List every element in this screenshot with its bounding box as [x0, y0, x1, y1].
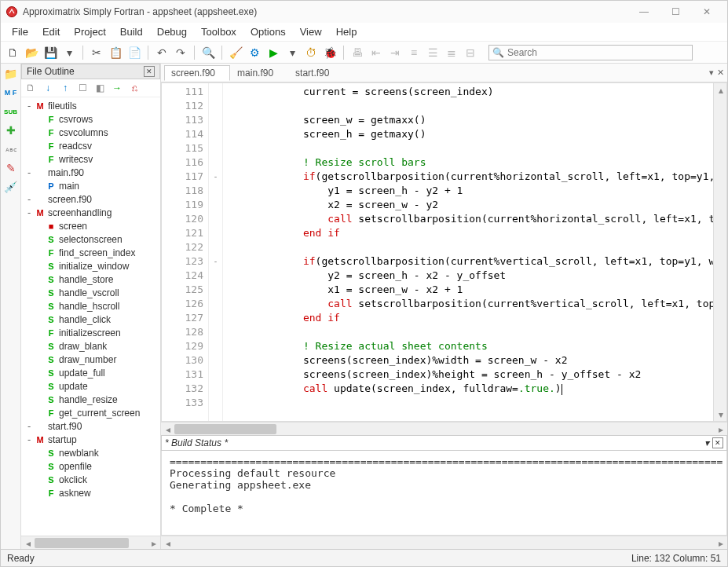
indent-icon[interactable]: ⇤ [368, 44, 385, 61]
editor-vscrollbar[interactable]: ▴ ▾ [713, 83, 726, 421]
outline-item[interactable]: Pmain [21, 179, 160, 192]
outline-item[interactable]: -Mfileutils [21, 99, 160, 112]
copy-icon[interactable]: 📋 [107, 44, 124, 61]
tab-dropdown-icon[interactable]: ▾ [709, 68, 714, 78]
outline-tb-3[interactable]: ↑ [57, 81, 73, 95]
search-icon[interactable]: 🔍 [199, 44, 217, 61]
project-tree-icon[interactable]: 📁 [4, 67, 18, 81]
code-body[interactable]: current = screens(screen_index) screen_w… [223, 83, 726, 421]
outline-hscrollbar[interactable]: ◂ ▸ [21, 536, 160, 549]
outline-item[interactable]: Fcsvrows [21, 112, 160, 126]
outline-tb-4[interactable]: ☐ [75, 81, 90, 95]
outline-item[interactable]: -Mstartup [21, 433, 160, 446]
outline-item[interactable]: -Mscreenhandling [21, 206, 160, 219]
outline-tb-5[interactable]: ◧ [92, 81, 108, 95]
outline-tree[interactable]: -MfileutilsFcsvrowsFcsvcolumnsFreadcsvFw… [21, 97, 160, 536]
outline-item[interactable]: Sselectonscreen [21, 232, 160, 246]
paste-icon[interactable]: 📄 [126, 44, 143, 61]
search-box[interactable]: 🔍 [488, 45, 693, 60]
outline-item[interactable]: -screen.f90 [21, 192, 160, 206]
clean-icon[interactable]: 🧹 [227, 44, 244, 61]
hscroll-left-icon[interactable]: ◂ [161, 423, 174, 436]
save-dropdown-icon[interactable]: ▾ [60, 44, 78, 61]
outline-item[interactable]: Sokclick [21, 473, 160, 486]
build-hscrollbar[interactable]: ◂ ▸ [161, 536, 727, 549]
abc-icon[interactable]: ᴀʙᴄ [4, 142, 18, 156]
outline-item[interactable]: Shandle_resize [21, 393, 160, 406]
outline-tb-2[interactable]: ↓ [40, 81, 56, 95]
open-file-icon[interactable]: 📂 [23, 44, 40, 61]
align-icon[interactable]: ≡ [405, 44, 423, 61]
fold-column[interactable]: -- [209, 83, 223, 421]
tab-main[interactable]: main.f90 [230, 65, 288, 81]
outline-item[interactable]: Fcsvcolumns [21, 126, 160, 139]
outline-item[interactable]: Freadcsv [21, 139, 160, 152]
menu-view[interactable]: View [294, 24, 328, 39]
outline-scroll-thumb[interactable] [35, 538, 129, 548]
menu-build[interactable]: Build [114, 24, 149, 39]
hscroll-right-icon[interactable]: ▸ [714, 423, 727, 436]
vscroll-up-icon[interactable]: ▴ [714, 83, 727, 97]
run-dropdown-icon[interactable]: ▾ [284, 44, 301, 61]
tab-close-icon[interactable]: ✕ [717, 68, 724, 78]
outline-item[interactable]: Fasknew [21, 486, 160, 499]
search-input[interactable] [507, 47, 689, 58]
menu-options[interactable]: Options [244, 24, 292, 39]
align4-icon[interactable]: ⊟ [462, 44, 479, 61]
outline-item[interactable]: Fwritecsv [21, 152, 160, 166]
menu-project[interactable]: Project [68, 24, 112, 39]
menu-edit[interactable]: Edit [36, 24, 66, 39]
outline-item[interactable]: Sdraw_number [21, 353, 160, 366]
align2-icon[interactable]: ☰ [424, 44, 441, 61]
vscroll-down-icon[interactable]: ▾ [714, 408, 727, 421]
outline-item[interactable]: ■screen [21, 219, 160, 232]
outline-item[interactable]: -main.f90 [21, 166, 160, 179]
undo-icon[interactable]: ↶ [153, 44, 170, 61]
outline-item[interactable]: Shandle_vscroll [21, 286, 160, 299]
outline-mode-icon[interactable]: M F [4, 86, 18, 100]
hscroll-thumb[interactable] [174, 424, 276, 434]
marker-icon[interactable]: ✎ [4, 161, 18, 175]
outline-close-icon[interactable]: ✕ [144, 66, 155, 77]
bug-icon[interactable]: 🐞 [321, 44, 338, 61]
menu-toolbox[interactable]: Toolbox [195, 24, 243, 39]
outline-item[interactable]: Supdate [21, 379, 160, 393]
outline-item[interactable]: Supdate_full [21, 366, 160, 379]
plugin-icon[interactable]: ✚ [4, 123, 18, 137]
build-dropdown-icon[interactable]: ▾ [704, 437, 709, 448]
menu-file[interactable]: File [5, 24, 35, 39]
menu-debug[interactable]: Debug [151, 24, 193, 39]
save-icon[interactable]: 💾 [42, 44, 59, 61]
sub-icon[interactable]: SUB [4, 104, 18, 119]
cut-icon[interactable]: ✂ [88, 44, 105, 61]
outline-item[interactable]: Shandle_hscroll [21, 299, 160, 313]
new-file-icon[interactable]: 🗋 [4, 44, 21, 61]
build-scroll-left-icon[interactable]: ◂ [161, 536, 174, 549]
build-close-icon[interactable]: ✕ [712, 437, 723, 448]
redo-icon[interactable]: ↷ [172, 44, 189, 61]
outline-scroll-left-icon[interactable]: ◂ [21, 536, 35, 549]
eyedropper-icon[interactable]: 💉 [4, 180, 18, 194]
menu-help[interactable]: Help [330, 24, 364, 39]
build-scroll-right-icon[interactable]: ▸ [714, 536, 727, 549]
outline-tb-6[interactable]: → [109, 81, 125, 95]
maximize-button[interactable]: ☐ [660, 2, 691, 21]
tab-screen[interactable]: screen.f90 [164, 65, 230, 81]
outline-item[interactable]: Ffind_screen_index [21, 246, 160, 259]
outline-tb-1[interactable]: 🗋 [23, 81, 38, 95]
run-icon[interactable]: ▶ [265, 44, 282, 61]
outline-item[interactable]: -start.f90 [21, 419, 160, 433]
code-editor[interactable]: 1111121131141151161171181191201211221231… [161, 82, 727, 422]
close-button[interactable]: ✕ [691, 2, 723, 21]
outdent-icon[interactable]: ⇥ [386, 44, 404, 61]
print-icon[interactable]: 🖶 [349, 44, 366, 61]
outline-item[interactable]: Shandle_store [21, 273, 160, 286]
timer-icon[interactable]: ⏱ [302, 44, 320, 61]
outline-item[interactable]: Sdraw_blank [21, 339, 160, 353]
outline-item[interactable]: Snewblank [21, 446, 160, 459]
build-icon[interactable]: ⚙ [246, 44, 263, 61]
outline-item[interactable]: Fget_current_screen [21, 406, 160, 419]
outline-item[interactable]: Sinitialize_window [21, 259, 160, 273]
outline-item[interactable]: Sopenfile [21, 459, 160, 473]
tab-start[interactable]: start.f90 [288, 65, 344, 81]
